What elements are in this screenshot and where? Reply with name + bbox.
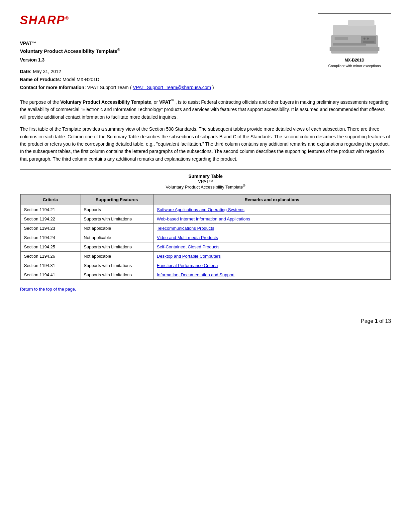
svg-rect-8 (363, 41, 374, 43)
product-compliance: Compliant with minor exceptions (328, 64, 381, 68)
remarks-cell: Information, Documentation and Support (154, 270, 391, 279)
col-remarks: Remarks and explanations (154, 194, 391, 205)
vpat-label: VPAT™ (20, 41, 308, 46)
vpat-subtitle: Voluntary Product Accessibility Template… (20, 48, 308, 54)
version-label: Version 1.3 (20, 57, 308, 63)
page-footer: Page 1 of 13 (20, 318, 391, 324)
summary-table-container: Summary Table VPAT™ Voluntary Product Ac… (20, 169, 391, 280)
remarks-link[interactable]: Telecommunications Products (157, 226, 214, 231)
svg-point-7 (367, 38, 369, 40)
criteria-cell: Section 1194.26 (21, 251, 80, 261)
criteria-cell: Section 1194.23 (21, 223, 80, 233)
remarks-cell: Web-based Internet Information and Appli… (154, 214, 391, 223)
summary-table-subtitle: Voluntary Product Accessibility Template… (24, 184, 387, 190)
svg-rect-3 (330, 47, 379, 51)
criteria-cell: Section 1194.22 (21, 214, 80, 223)
svg-point-6 (363, 38, 365, 40)
page-current: 1 (375, 318, 378, 324)
contact-paren-close: ) (212, 85, 214, 90)
supporting-cell: Supports with Limitations (80, 242, 154, 251)
remarks-link[interactable]: Video and Multi-media Products (157, 235, 218, 240)
supporting-cell: Supports with Limitations (80, 261, 154, 270)
contact-label: Contact for more Information: (20, 85, 86, 90)
criteria-cell: Section 1194.31 (21, 261, 80, 270)
remarks-link[interactable]: Web-based Internet Information and Appli… (157, 216, 250, 221)
contact-row: Contact for more Information: VPAT Suppo… (20, 84, 308, 92)
summary-subtitle-text: Voluntary Product Accessibility Template (166, 185, 243, 190)
summary-table-header: Summary Table VPAT™ Voluntary Product Ac… (20, 170, 391, 194)
table-row: Section 1194.22Supports with Limitations… (21, 214, 391, 223)
summary-subtitle-sup: ® (243, 184, 245, 188)
supporting-cell: Supports with Limitations (80, 270, 154, 279)
vpat-subtitle-sup: ® (117, 48, 120, 52)
table-row: Section 1194.24Not applicableVideo and M… (21, 233, 391, 242)
table-body: Section 1194.21SupportsSoftware Applicat… (21, 205, 391, 279)
printer-image (328, 19, 381, 55)
contact-email-link[interactable]: VPAT_Support_Team@sharpusa.com (133, 85, 211, 90)
logo-registered: ® (65, 16, 69, 21)
supporting-cell: Supports with Limitations (80, 214, 154, 223)
supporting-cell: Not applicable (80, 233, 154, 242)
vpat-subtitle-text: Voluntary Product Accessibility Template (20, 48, 117, 54)
product-name-value: Model MX-B201D (62, 77, 99, 82)
col-supporting: Supporting Features (80, 194, 154, 205)
sharp-logo: SHARP® (20, 13, 69, 27)
table-row: Section 1194.25Supports with Limitations… (21, 242, 391, 251)
description-section: The purpose of the Voluntary Product Acc… (20, 98, 391, 163)
logo-text: SHARP (20, 13, 65, 27)
criteria-cell: Section 1194.24 (21, 233, 80, 242)
col-criteria: Criteria (21, 194, 80, 205)
summary-table-title: Summary Table (24, 174, 387, 179)
criteria-cell: Section 1194.41 (21, 270, 80, 279)
vpat-bold2: VPAT (159, 99, 171, 105)
remarks-link[interactable]: Information, Documentation and Support (157, 272, 235, 277)
table-row: Section 1194.26Not applicableDesktop and… (21, 251, 391, 261)
header-left: SHARP® VPAT™ Voluntary Product Accessibi… (20, 13, 308, 91)
contact-paren-open: ( (130, 85, 132, 90)
table-row: Section 1194.21SupportsSoftware Applicat… (21, 205, 391, 214)
remarks-link[interactable]: Self-Contained, Closed Products (157, 244, 220, 249)
date-row: Date: May 31, 2012 (20, 68, 308, 76)
contact-text: VPAT Support Team (87, 85, 129, 90)
date-label: Date: (20, 69, 32, 74)
date-value: May 31, 2012 (33, 69, 61, 74)
criteria-cell: Section 1194.21 (21, 205, 80, 214)
remarks-cell: Video and Multi-media Products (154, 233, 391, 242)
remarks-cell: Self-Contained, Closed Products (154, 242, 391, 251)
remarks-cell: Functional Performance Criteria (154, 261, 391, 270)
remarks-link[interactable]: Software Applications and Operating Syst… (157, 207, 245, 212)
description-para1: The purpose of the Voluntary Product Acc… (20, 98, 391, 121)
table-row: Section 1194.31Supports with Limitations… (21, 261, 391, 270)
supporting-cell: Not applicable (80, 251, 154, 261)
supporting-cell: Not applicable (80, 223, 154, 233)
description-para2: The first table of the Template provides… (20, 125, 391, 163)
svg-rect-1 (333, 25, 376, 35)
product-name-row: Name of Products: Model MX-B201D (20, 76, 308, 84)
page-total: 13 (385, 318, 391, 324)
remarks-cell: Desktop and Portable Computers (154, 251, 391, 261)
table-row: Section 1194.41Supports with Limitations… (21, 270, 391, 279)
svg-rect-9 (335, 37, 348, 40)
return-to-top-link[interactable]: Return to the top of the page. (20, 287, 76, 292)
meta-info: Date: May 31, 2012 Name of Products: Mod… (20, 68, 308, 91)
product-image-box: MX-B201D Compliant with minor exceptions (318, 13, 391, 73)
vpat-bold1: Voluntary Product Accessibility Template (60, 99, 151, 105)
return-link-container: Return to the top of the page. (20, 287, 391, 292)
vpat-sup: ™ (171, 99, 174, 102)
product-model: MX-B201D (345, 58, 364, 63)
product-name-label: Name of Products: (20, 77, 61, 82)
remarks-cell: Telecommunications Products (154, 223, 391, 233)
remarks-link[interactable]: Functional Performance Criteria (157, 263, 218, 268)
supporting-cell: Supports (80, 205, 154, 214)
remarks-cell: Software Applications and Operating Syst… (154, 205, 391, 214)
table-row: Section 1194.23Not applicableTelecommuni… (21, 223, 391, 233)
page-of-label: of (378, 318, 385, 324)
page-header: SHARP® VPAT™ Voluntary Product Accessibi… (20, 13, 391, 91)
table-header-row: Criteria Supporting Features Remarks and… (21, 194, 391, 205)
page-label: Page (361, 318, 375, 324)
remarks-link[interactable]: Desktop and Portable Computers (157, 254, 221, 259)
svg-rect-2 (348, 20, 374, 26)
summary-table-vpat: VPAT™ (24, 179, 387, 184)
criteria-cell: Section 1194.25 (21, 242, 80, 251)
summary-table: Criteria Supporting Features Remarks and… (20, 194, 391, 280)
